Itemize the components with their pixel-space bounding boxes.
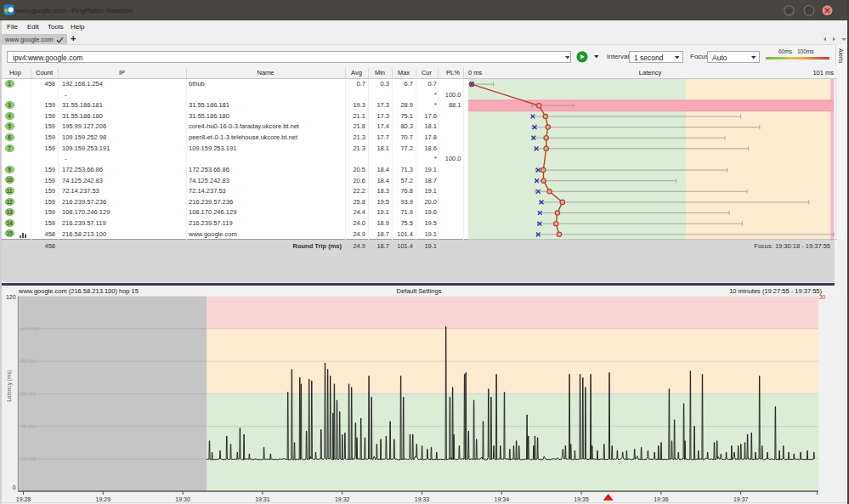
svg-text:80 ms: 80 ms [20,358,36,364]
svg-text:20 ms: 20 ms [20,456,36,462]
svg-text:30: 30 [819,294,826,300]
svg-text:Latency (ms): Latency (ms) [6,370,13,402]
svg-text:0: 0 [13,484,16,490]
svg-text:40 ms: 40 ms [20,423,36,429]
svg-text:60 ms: 60 ms [20,391,36,397]
svg-text:100 ms: 100 ms [20,326,39,331]
svg-text:120: 120 [6,294,16,300]
